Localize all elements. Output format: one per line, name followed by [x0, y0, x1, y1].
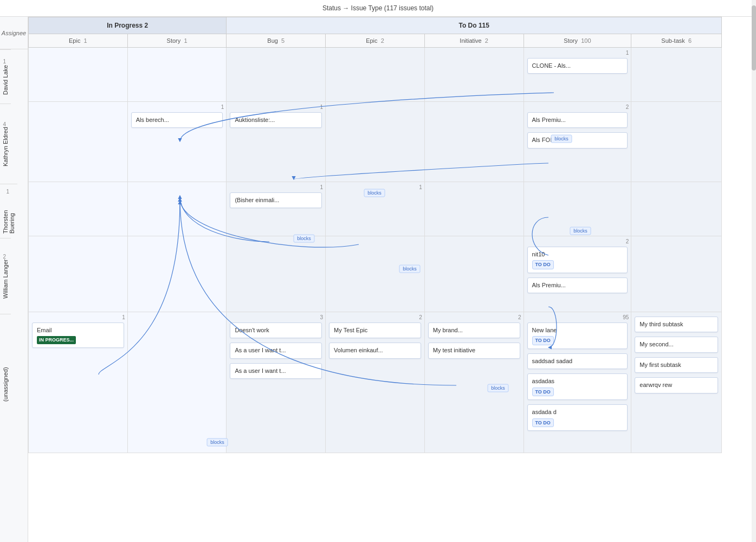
- cell-david-epic-ip: [29, 48, 128, 102]
- grid-area[interactable]: In Progress 2 To Do 115 Epic 1 Story 1 B…: [28, 17, 756, 542]
- col-initiative-todo: Initiative 2: [424, 34, 524, 48]
- cell-unassigned-epic-todo: 2 My Test Epic Volumen einkauf...: [326, 312, 425, 453]
- card-doesnt-work[interactable]: Doesn't work: [230, 322, 322, 338]
- cell-david-story-todo: 1 CLONE - Als...: [524, 48, 631, 102]
- header-row-groups: In Progress 2 To Do 115: [29, 17, 722, 34]
- assignee-header: Assignee: [0, 17, 28, 49]
- assignee-kathryn: Kathryn Eldred 4: [0, 104, 11, 184]
- page-title: Status → Issue Type (117 issues total): [0, 0, 756, 17]
- row-william: 2 nit10 TO DO Als Premiu...: [29, 236, 722, 312]
- cell-thorsten-story-todo: [524, 182, 631, 236]
- cell-unassigned-story-ip: [127, 312, 227, 453]
- cell-thorsten-epic-todo: 1: [326, 182, 425, 236]
- cell-david-initiative-todo: [424, 48, 524, 102]
- card-als-premiu-william[interactable]: Als Premiu...: [527, 278, 628, 293]
- group-inprogress: In Progress 2: [29, 17, 227, 34]
- group-todo: To Do 115: [227, 17, 722, 34]
- cell-david-subtask-todo: [631, 48, 722, 102]
- cell-william-story-todo: 2 nit10 TO DO Als Premiu...: [524, 236, 631, 312]
- col-story-ip: Story 1: [127, 34, 227, 48]
- cell-unassigned-subtask-todo: My third subtask My second... My first s…: [631, 312, 722, 453]
- card-asdada-d[interactable]: asdada d TO DO: [527, 404, 628, 431]
- card-my-test-epic[interactable]: My Test Epic: [329, 322, 421, 338]
- card-nit10[interactable]: nit10 TO DO: [527, 247, 628, 273]
- scrollbar-thumb[interactable]: [752, 17, 756, 70]
- card-als-premiu-kathryn[interactable]: Als Premiu...: [527, 112, 628, 128]
- cell-kathryn-story-ip: 1 Als berech...: [127, 102, 227, 182]
- card-saddsad[interactable]: saddsad sadad: [527, 353, 628, 369]
- card-my-third-subtask[interactable]: My third subtask: [635, 317, 718, 332]
- cell-unassigned-story-todo: 95 New lane TO DO saddsad sadad asdadas …: [524, 312, 631, 453]
- cell-william-story-ip: [127, 236, 227, 312]
- card-new-lane[interactable]: New lane TO DO: [527, 322, 628, 349]
- card-als-foma[interactable]: Als FOMA...: [527, 132, 628, 148]
- card-als-bereich[interactable]: Als berech...: [131, 112, 223, 128]
- header-row-types: Epic 1 Story 1 Bug 5 Epic 2 Initiative 2…: [29, 34, 722, 48]
- card-auktions[interactable]: Auktionsliste:...: [230, 112, 322, 128]
- card-asdadas[interactable]: asdadas TO DO: [527, 373, 628, 400]
- cell-william-initiative-todo: [424, 236, 524, 312]
- col-epic-ip: Epic 1: [29, 34, 128, 48]
- cell-kathryn-initiative-todo: [424, 102, 524, 182]
- card-bisher[interactable]: (Bisher einmali...: [230, 192, 322, 208]
- cell-william-epic-todo: [326, 236, 425, 312]
- col-bug-todo: Bug 5: [227, 34, 326, 48]
- card-my-second[interactable]: My second...: [635, 337, 718, 352]
- assignee-unassigned: (unassigned): [0, 314, 11, 455]
- assignee-thorsten: Thorsten Buering 1: [0, 184, 17, 238]
- col-epic-todo: Epic 2: [326, 34, 425, 48]
- card-my-first-subtask[interactable]: My first subtask: [635, 357, 718, 373]
- cell-kathryn-epic-todo: [326, 102, 425, 182]
- row-unassigned: 1 Email IN PROGRES... 3 Doesn't work As …: [29, 312, 722, 453]
- cell-kathryn-subtask-todo: [631, 102, 722, 182]
- cell-unassigned-epic-ip: 1 Email IN PROGRES...: [29, 312, 128, 453]
- col-subtask-todo: Sub-task 6: [631, 34, 722, 48]
- cell-kathryn-epic-ip: [29, 102, 128, 182]
- scrollbar-track[interactable]: [752, 17, 756, 542]
- row-thorsten: 1 (Bisher einmali... 1: [29, 182, 722, 236]
- row-kathryn: 1 Als berech... 1 Auktionsliste:... 2 Al…: [29, 102, 722, 182]
- card-clone[interactable]: CLONE - Als...: [527, 58, 628, 74]
- cell-unassigned-bug-todo: 3 Doesn't work As a user I want t... As …: [227, 312, 326, 453]
- cell-david-bug-todo: [227, 48, 326, 102]
- card-as-user-2[interactable]: As a user I want t...: [230, 363, 322, 379]
- cell-david-story-ip: [127, 48, 227, 102]
- cell-thorsten-subtask-todo: [631, 182, 722, 236]
- card-as-user-1[interactable]: As a user I want t...: [230, 343, 322, 358]
- assignee-sidebar: Assignee David Lake 1 Kathryn Eldred 4 T…: [0, 17, 28, 542]
- cell-thorsten-story-ip: [127, 182, 227, 236]
- cell-david-epic-todo: [326, 48, 425, 102]
- cell-kathryn-story-todo: 2 Als Premiu... Als FOMA...: [524, 102, 631, 182]
- col-story-todo: Story 100: [524, 34, 631, 48]
- cell-thorsten-initiative-todo: [424, 182, 524, 236]
- cell-thorsten-bug-todo: 1 (Bisher einmali...: [227, 182, 326, 236]
- cell-william-bug-todo: [227, 236, 326, 312]
- cell-thorsten-epic-ip: [29, 182, 128, 236]
- card-earwrqv[interactable]: earwrqv rew: [635, 377, 718, 393]
- row-david: 1 CLONE - Als...: [29, 48, 722, 102]
- card-email[interactable]: Email IN PROGRES...: [32, 322, 124, 348]
- card-my-test-initiative[interactable]: My test initiative: [428, 343, 520, 358]
- card-my-brand[interactable]: My brand...: [428, 322, 520, 338]
- cell-unassigned-initiative-todo: 2 My brand... My test initiative: [424, 312, 524, 453]
- cell-william-epic-ip: [29, 236, 128, 312]
- card-volumen[interactable]: Volumen einkauf...: [329, 343, 421, 358]
- cell-william-subtask-todo: [631, 236, 722, 312]
- assignee-david: David Lake 1: [0, 49, 11, 104]
- cell-kathryn-bug-todo: 1 Auktionsliste:...: [227, 102, 326, 182]
- assignee-william: William Langer 2: [0, 238, 11, 314]
